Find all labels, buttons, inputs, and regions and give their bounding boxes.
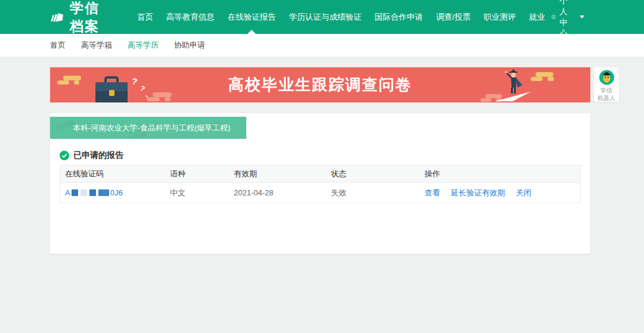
action-view-link[interactable]: 查看 — [425, 188, 440, 198]
chevron-down-icon — [580, 15, 584, 18]
redacted-block — [98, 189, 109, 196]
reports-table: 在线验证码 语种 有效期 状态 操作 A 0J6 中文 2021-04-28 失… — [60, 165, 581, 203]
active-tab-indicator-triangle — [247, 30, 256, 34]
nav-item-credential-verification[interactable]: 学历认证与成绩验证 — [283, 0, 369, 34]
cell-status: 失效 — [326, 188, 420, 198]
survey-banner[interactable]: ? ? ~ 高校毕业生跟踪调查问卷 — [50, 67, 590, 102]
logo-book-icon — [50, 8, 64, 26]
nav-item-online-verification-report[interactable]: 在线验证报告 — [221, 0, 283, 34]
robot-avatar-icon — [599, 70, 615, 85]
redacted-block — [80, 189, 87, 196]
code-prefix: A — [65, 188, 70, 197]
action-close-link[interactable]: 关闭 — [516, 188, 531, 198]
col-header-actions: 操作 — [420, 169, 580, 179]
check-circle-icon — [60, 151, 69, 160]
logo[interactable]: 学信档案 — [50, 0, 104, 34]
cell-actions: 查看 延长验证有效期 关闭 — [420, 188, 580, 198]
user-icon — [552, 13, 556, 21]
subnav-item-enrollment[interactable]: 高等学籍 — [81, 40, 112, 51]
subnav-item-assist-apply[interactable]: 协助申请 — [174, 40, 205, 51]
banner-graduate-illustration — [478, 67, 574, 102]
main-panel: 学信网 学信网 学信网 本科-河南农业大学-食品科学与工程(烟草工程) 已申请的… — [50, 113, 590, 254]
program-tag[interactable]: 学信网 学信网 学信网 本科-河南农业大学-食品科学与工程(烟草工程) — [50, 117, 246, 139]
robot-widget[interactable]: 学信 机器人 — [594, 67, 619, 102]
logo-text: 学信档案 — [70, 0, 104, 36]
cell-language: 中文 — [165, 188, 229, 198]
page: 学信档案 首页 高等教育信息 在线验证报告 学历认证与成绩验证 国际合作申请 调… — [0, 0, 644, 333]
subnav-item-home[interactable]: 首页 — [50, 40, 66, 51]
cell-validity: 2021-04-28 — [229, 188, 326, 197]
sub-navbar: 首页 高等学籍 高等学历 协助申请 — [0, 34, 644, 57]
user-menu[interactable]: 个人中心 — [552, 0, 584, 34]
table-header-row: 在线验证码 语种 有效期 状态 操作 — [60, 165, 581, 183]
nav-item-higher-education-info[interactable]: 高等教育信息 — [160, 0, 221, 34]
col-header-verification-code: 在线验证码 — [60, 169, 165, 179]
col-header-validity: 有效期 — [229, 169, 326, 179]
nav-item-home[interactable]: 首页 — [131, 0, 160, 34]
table-row: A 0J6 中文 2021-04-28 失效 查看 延长验证有效期 关闭 — [60, 183, 581, 203]
nav-item-career-assessment[interactable]: 职业测评 — [477, 0, 522, 34]
top-navbar: 学信档案 首页 高等教育信息 在线验证报告 学历认证与成绩验证 国际合作申请 调… — [0, 0, 644, 34]
code-suffix: 0J6 — [110, 188, 123, 197]
subnav-item-degree[interactable]: 高等学历 — [128, 40, 159, 51]
program-tag-label: 本科-河南农业大学-食品科学与工程(烟草工程) — [73, 123, 230, 132]
robot-label: 学信 机器人 — [597, 86, 615, 102]
nav-item-international-cooperation[interactable]: 国际合作申请 — [368, 0, 429, 34]
redacted-block — [72, 189, 78, 196]
col-header-language: 语种 — [165, 169, 229, 179]
col-header-status: 状态 — [326, 169, 420, 179]
redacted-block — [89, 189, 96, 196]
section-title: 已申请的报告 — [73, 150, 123, 161]
nav-item-employment[interactable]: 就业 — [522, 0, 552, 34]
action-extend-validity-link[interactable]: 延长验证有效期 — [451, 188, 505, 198]
nav-item-survey-vote[interactable]: 调查/投票 — [429, 0, 477, 34]
top-nav-items: 首页 高等教育信息 在线验证报告 学历认证与成绩验证 国际合作申请 调查/投票 … — [131, 0, 552, 34]
section-header: 已申请的报告 — [60, 150, 123, 161]
verification-code-link[interactable]: A 0J6 — [60, 188, 165, 197]
user-menu-label: 个人中心 — [559, 0, 575, 39]
